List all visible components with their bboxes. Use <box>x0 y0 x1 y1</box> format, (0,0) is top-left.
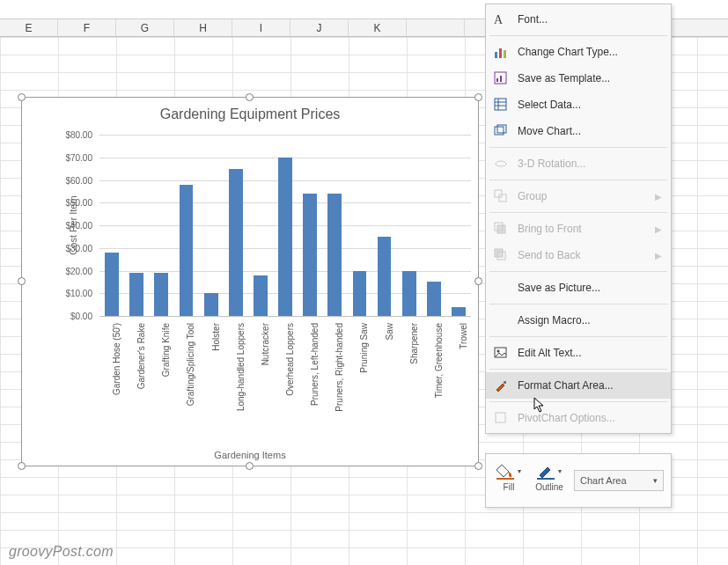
svg-rect-11 <box>495 127 504 135</box>
chart-bars[interactable] <box>99 135 471 316</box>
watermark: groovyPost.com <box>9 544 114 560</box>
plot-area[interactable] <box>99 135 471 316</box>
chart-bar[interactable] <box>154 273 168 316</box>
chart-bar[interactable] <box>402 271 416 317</box>
chart-bar[interactable] <box>204 293 218 316</box>
column-header[interactable]: I <box>232 19 290 36</box>
chevron-down-icon: ▾ <box>653 476 658 485</box>
pivot-icon <box>491 408 511 428</box>
x-tick-label: Gardener's Rake <box>136 323 146 389</box>
chart-bar[interactable] <box>278 158 292 316</box>
mini-toolbar: ▾ Fill ▾ Outline Chart Area ▾ <box>485 453 672 508</box>
chart-bar[interactable] <box>129 273 143 316</box>
column-header[interactable]: F <box>58 19 116 36</box>
resize-handle[interactable] <box>18 93 26 101</box>
chart-bar[interactable] <box>105 253 119 316</box>
x-tick-label: Pruners, Left-handed <box>310 323 320 406</box>
menu-item-select-data[interactable]: Select Data... <box>486 92 671 118</box>
chart-bar[interactable] <box>452 307 466 316</box>
resize-handle[interactable] <box>246 93 254 101</box>
x-axis-label[interactable]: Gardening Items <box>22 450 478 460</box>
y-tick-label: $70.00 <box>65 152 92 162</box>
fill-button[interactable]: ▾ Fill <box>493 458 525 492</box>
menu-item-format-chart-area[interactable]: Format Chart Area... <box>486 372 671 399</box>
menu-item-save-template[interactable]: Save as Template... <box>486 65 671 92</box>
outline-icon: ▾ <box>537 459 562 482</box>
x-tick-label: Saw <box>385 323 394 340</box>
menu-label: Save as Picture... <box>518 282 662 294</box>
fill-label: Fill <box>504 482 515 492</box>
chart-bar[interactable] <box>229 169 243 316</box>
resize-handle[interactable] <box>474 93 482 101</box>
menu-item-assign-macro[interactable]: Assign Macro... <box>486 307 671 334</box>
menu-separator <box>489 271 667 272</box>
chart-element-selector[interactable]: Chart Area ▾ <box>574 470 664 491</box>
chart-title[interactable]: Gardening Equipment Prices <box>22 98 478 128</box>
menu-label: Send to Back <box>518 249 655 261</box>
template-icon <box>491 69 511 88</box>
group-icon <box>491 187 511 206</box>
chart-bar[interactable] <box>378 237 392 316</box>
svg-rect-1 <box>495 52 497 58</box>
x-tick-label: Timer, Greenhouse <box>434 323 444 398</box>
y-tick-label: $40.00 <box>65 221 92 231</box>
chart-bar[interactable] <box>427 282 441 316</box>
menu-separator <box>489 212 667 213</box>
x-tick-label: Trowel <box>459 323 468 349</box>
chart-bar[interactable] <box>254 275 268 316</box>
resize-handle[interactable] <box>474 462 482 470</box>
menu-item-save-as-picture[interactable]: Save as Picture... <box>486 275 671 301</box>
y-tick-label: $20.00 <box>65 266 92 275</box>
menu-label: Select Data... <box>518 99 662 111</box>
column-header[interactable] <box>407 19 465 36</box>
svg-rect-16 <box>497 225 505 233</box>
x-tick-label: Garden Hose (50') <box>112 323 121 395</box>
x-tick-label: Grafting/Splicing Tool <box>186 323 195 406</box>
resize-handle[interactable] <box>246 462 254 470</box>
svg-rect-5 <box>496 78 498 82</box>
y-axis-ticks: $0.00$10.00$20.00$30.00$40.00$50.00$60.0… <box>61 135 96 316</box>
selector-value: Chart Area <box>580 475 627 486</box>
svg-rect-12 <box>497 125 506 133</box>
x-tick-label: Grafting Knife <box>161 323 171 377</box>
chart-bar[interactable] <box>353 271 367 317</box>
chart-bar[interactable] <box>180 185 194 316</box>
column-header[interactable]: J <box>290 19 349 36</box>
y-tick-label: $30.00 <box>65 243 92 253</box>
menu-label: Assign Macro... <box>518 314 662 327</box>
menu-label: PivotChart Options... <box>518 412 662 424</box>
column-header[interactable]: H <box>174 19 232 36</box>
svg-point-13 <box>496 161 506 166</box>
chart-bar[interactable] <box>303 194 317 316</box>
x-tick-label: Pruning Saw <box>359 323 369 373</box>
svg-rect-7 <box>495 99 506 110</box>
chart-bar[interactable] <box>327 194 342 316</box>
chart-area[interactable]: Gardening Equipment Prices Cost Per Item… <box>21 97 479 466</box>
blank-icon <box>491 278 511 297</box>
resize-handle[interactable] <box>18 462 26 470</box>
x-tick-label: Holster <box>211 323 221 351</box>
resize-handle[interactable] <box>18 277 26 285</box>
menu-item-move-chart[interactable]: Move Chart... <box>486 118 671 144</box>
menu-item-font[interactable]: A Font... <box>486 6 671 33</box>
menu-label: Change Chart Type... <box>518 46 662 58</box>
bring-front-icon <box>491 219 511 238</box>
context-menu: A Font... Change Chart Type... Save as T… <box>485 4 672 434</box>
resize-handle[interactable] <box>474 277 482 285</box>
chevron-down-icon: ▾ <box>558 467 562 475</box>
send-back-icon <box>491 246 511 265</box>
menu-separator <box>489 304 667 305</box>
column-header[interactable]: K <box>349 19 407 36</box>
fill-icon: ▾ <box>496 459 521 482</box>
svg-rect-2 <box>499 48 502 58</box>
column-header[interactable]: G <box>116 19 174 36</box>
chart-type-icon <box>491 42 511 62</box>
column-header[interactable]: E <box>0 19 58 36</box>
svg-rect-24 <box>496 478 514 480</box>
menu-item-edit-alt-text[interactable]: Edit Alt Text... <box>486 340 671 366</box>
menu-item-send-back: Send to Back ▶ <box>486 242 671 268</box>
x-tick-label: Overhead Loppers <box>285 323 295 396</box>
outline-button[interactable]: ▾ Outline <box>533 458 565 492</box>
menu-item-change-chart-type[interactable]: Change Chart Type... <box>486 39 671 65</box>
menu-separator <box>489 336 667 337</box>
